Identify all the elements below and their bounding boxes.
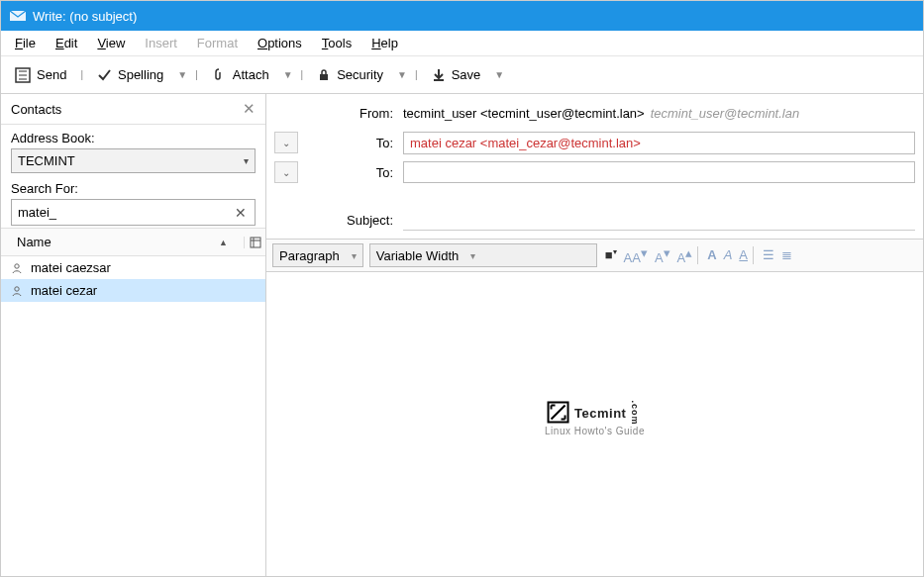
save-button[interactable]: Save (424, 63, 489, 86)
list-item[interactable]: matei caezsar (1, 256, 265, 279)
bold-icon[interactable]: A (705, 247, 718, 262)
svg-point-4 (15, 286, 19, 290)
numbered-list-icon[interactable]: ≣ (779, 247, 794, 262)
compose-main: From: tecmint_user <tecmint_user@tecmint… (266, 94, 923, 576)
menu-help[interactable]: Help (363, 33, 406, 53)
toolbar: Send | Spelling ▼ | Attach ▼ | Security … (1, 56, 923, 94)
bullet-list-icon[interactable]: ☰ (761, 247, 776, 262)
dropdown-arrow[interactable]: ▼ (281, 69, 295, 80)
recipient-type-dropdown[interactable]: ⌄ (274, 161, 298, 183)
from-label: From: (274, 106, 403, 121)
search-label: Search For: (11, 181, 256, 196)
paperclip-icon (212, 67, 227, 82)
separator: | (193, 69, 200, 80)
person-icon (11, 285, 25, 297)
to-label: To: (304, 136, 403, 150)
underline-icon[interactable]: A (737, 247, 750, 262)
format-toolbar: Paragraph ▾ Variable Width ▾ ■▾ AA▾ A▾ A… (266, 239, 923, 272)
list-item[interactable]: matei cezar (1, 279, 265, 302)
check-icon (97, 67, 112, 82)
menu-view[interactable]: View (89, 33, 133, 53)
contacts-title: Contacts (11, 102, 61, 117)
svg-point-3 (15, 263, 19, 267)
contacts-sidebar: Contacts ✕ Address Book: TECMINT ▾ Searc… (1, 94, 266, 576)
addressbook-label: Address Book: (11, 131, 256, 145)
subject-label: Subject: (274, 213, 403, 228)
sort-asc-icon: ▲ (219, 238, 228, 247)
addressbook-select[interactable]: TECMINT ▾ (11, 148, 256, 173)
menu-file[interactable]: File (7, 33, 44, 53)
send-icon (15, 67, 31, 83)
menu-insert: Insert (137, 33, 185, 53)
spelling-button[interactable]: Spelling (89, 63, 171, 86)
to-field-1[interactable]: matei cezar <matei_cezar@tecmint.lan> (403, 132, 915, 154)
person-icon (11, 262, 25, 274)
window-title: Write: (no subject) (33, 9, 137, 24)
font-select[interactable]: Variable Width ▾ (369, 243, 597, 267)
security-button[interactable]: Security (309, 63, 391, 86)
menu-options[interactable]: Options (250, 33, 310, 53)
svg-rect-1 (320, 74, 328, 80)
clear-icon[interactable]: ✕ (231, 205, 251, 221)
dropdown-arrow[interactable]: ▼ (175, 69, 189, 80)
menu-tools[interactable]: Tools (314, 33, 359, 53)
text-color-icon[interactable]: ■▾ (603, 247, 619, 262)
separator: | (299, 69, 306, 80)
contacts-list-header[interactable]: Name ▲ (1, 228, 265, 256)
font-size-smaller-icon[interactable]: A▾ (653, 245, 672, 265)
lock-icon (317, 68, 331, 82)
close-icon[interactable]: ✕ (243, 100, 256, 118)
search-input[interactable] (16, 202, 231, 223)
italic-icon[interactable]: A (722, 247, 735, 262)
download-icon (432, 68, 446, 82)
recipient-type-dropdown[interactable]: ⌄ (274, 132, 298, 153)
from-identity[interactable]: tecmint_user@tecmint.lan (651, 106, 799, 121)
message-body[interactable]: Tecmint .com Linux Howto's Guide (266, 272, 923, 576)
from-value[interactable]: tecmint_user <tecmint_user@tecmint.lan> (403, 106, 645, 121)
font-size-larger-icon[interactable]: A▴ (675, 245, 695, 265)
dropdown-arrow[interactable]: ▼ (395, 69, 409, 80)
watermark: Tecmint .com Linux Howto's Guide (545, 400, 645, 436)
menu-format: Format (189, 33, 246, 53)
column-picker-icon[interactable] (244, 237, 265, 248)
titlebar: Write: (no subject) (1, 1, 923, 31)
separator: | (78, 69, 85, 80)
chevron-down-icon: ▾ (244, 155, 249, 166)
chevron-down-icon: ▾ (352, 250, 357, 261)
name-column: Name (17, 235, 51, 249)
separator: | (413, 69, 420, 80)
to-label: To: (304, 165, 403, 180)
menu-edit[interactable]: Edit (48, 33, 85, 53)
dropdown-arrow[interactable]: ▼ (492, 69, 506, 80)
subject-input[interactable] (403, 209, 915, 231)
svg-rect-2 (251, 238, 260, 247)
font-size-down-icon[interactable]: AA▾ (622, 245, 650, 265)
paragraph-select[interactable]: Paragraph ▾ (272, 243, 363, 267)
chevron-down-icon: ▾ (470, 250, 475, 261)
to-field-2[interactable] (403, 161, 915, 183)
envelope-icon (9, 9, 27, 23)
attach-button[interactable]: Attach (204, 63, 277, 86)
menubar: File Edit View Insert Format Options Too… (1, 31, 923, 56)
send-button[interactable]: Send (7, 63, 74, 87)
